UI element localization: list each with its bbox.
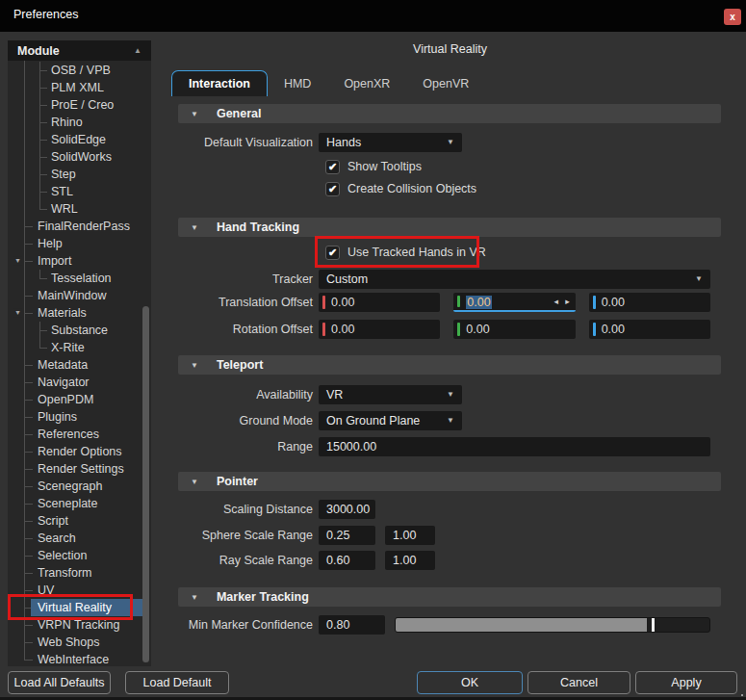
sidebar-item-references[interactable]: References (8, 426, 151, 443)
sidebar-item-rhino[interactable]: Rhino (8, 114, 151, 131)
range-field[interactable]: 15000.00 (319, 437, 710, 456)
check-icon: ✔ (328, 183, 337, 195)
sidebar-item-step[interactable]: Step (8, 166, 151, 183)
translation-offset-z-field[interactable]: 0.00 (589, 293, 710, 312)
tab-openxr[interactable]: OpenXR (327, 70, 406, 96)
tracker-dropdown[interactable]: Custom ▼ (319, 270, 710, 289)
spin-right-icon[interactable]: ▸ (565, 292, 570, 311)
sidebar-item-uv[interactable]: UV (8, 582, 151, 599)
use-tracked-hands-checkbox[interactable]: ✔ (325, 246, 340, 260)
sidebar-item-solidworks[interactable]: SolidWorks (8, 148, 151, 166)
section-header-teleport[interactable]: ▼ Teleport (178, 355, 721, 375)
apply-button[interactable]: Apply (635, 671, 737, 694)
sidebar-item-vrpn-tracking[interactable]: VRPN Tracking (8, 616, 151, 634)
sphere-scale-max-field[interactable]: 1.00 (385, 526, 435, 545)
section-header-general[interactable]: ▼ General (178, 104, 721, 123)
ray-scale-max-field[interactable]: 1.00 (385, 551, 435, 570)
sidebar-item-sceneplate[interactable]: Sceneplate (8, 495, 151, 512)
sidebar-item-transform[interactable]: Transform (8, 564, 151, 582)
sidebar-item-tesselation[interactable]: Tesselation (8, 270, 151, 287)
create-collision-objects-checkbox[interactable]: ✔ (325, 182, 340, 196)
sidebar-item-web-shops[interactable]: Web Shops (8, 634, 151, 651)
rotation-offset-y-field[interactable]: 0.00 (453, 320, 575, 339)
sidebar-item-label: VRPN Tracking (35, 618, 122, 632)
scaling-distance-field[interactable]: 3000.00 (319, 500, 375, 519)
sidebar-item-render-settings[interactable]: Render Settings (8, 460, 151, 478)
sidebar-item-scenegraph[interactable]: Scenegraph (8, 478, 151, 495)
sidebar-item-navigator[interactable]: Navigator (8, 374, 151, 391)
sidebar-item-finalrenderpass[interactable]: FinalRenderPass (8, 218, 151, 235)
availability-dropdown[interactable]: VR ▼ (319, 385, 462, 404)
sidebar-item-label: Substance (48, 324, 111, 337)
sidebar-item-osb-vpb[interactable]: OSB / VPB (8, 62, 151, 79)
x-axis-color-bar (322, 323, 325, 336)
sidebar-item-webinterface[interactable]: WebInterface (8, 651, 151, 666)
slider-handle[interactable] (652, 618, 655, 632)
ok-button[interactable]: OK (417, 671, 523, 694)
load-default-button[interactable]: Load Default (125, 671, 229, 694)
sidebar-item-selection[interactable]: Selection (8, 547, 151, 564)
section-title: Hand Tracking (217, 220, 299, 234)
sidebar-item-plugins[interactable]: Plugins (8, 408, 151, 426)
sidebar-item-label: Virtual Reality (35, 601, 115, 614)
rotation-offset-z-field[interactable]: 0.00 (589, 320, 710, 339)
sphere-scale-min-field[interactable]: 0.25 (319, 526, 375, 545)
translation-offset-y-field[interactable]: 0.00 ◂ ▸ (453, 293, 575, 312)
z-axis-color-bar (593, 323, 596, 336)
section-header-hand-tracking[interactable]: ▼ Hand Tracking (178, 218, 721, 237)
dropdown-value: Hands (326, 136, 361, 149)
collapse-icon[interactable]: ▼ (191, 223, 198, 232)
sidebar-item-label: MainWindow (35, 289, 110, 302)
resize-grip[interactable] (741, 694, 743, 696)
sidebar-item-substance[interactable]: Substance (8, 322, 151, 339)
sidebar-item-render-options[interactable]: Render Options (8, 443, 151, 460)
default-visualization-dropdown[interactable]: Hands ▼ (319, 133, 462, 152)
sidebar-item-label: OSB / VPB (48, 64, 114, 77)
expand-collapse-icon[interactable]: ▼ (13, 308, 22, 317)
sidebar-item-solidedge[interactable]: SolidEdge (8, 131, 151, 148)
section-header-pointer[interactable]: ▼ Pointer (178, 472, 721, 491)
load-all-defaults-button[interactable]: Load All Defaults (8, 671, 111, 694)
expand-collapse-icon[interactable]: ▼ (13, 256, 22, 265)
sidebar-item-virtual-reality[interactable]: Virtual Reality (8, 599, 151, 616)
collapse-icon[interactable]: ▼ (191, 361, 198, 370)
collapse-icon[interactable]: ▼ (191, 478, 198, 486)
sidebar-item-proe-creo[interactable]: ProE / Creo (8, 96, 151, 114)
sidebar-item-search[interactable]: Search (8, 530, 151, 547)
tab-hmd[interactable]: HMD (268, 70, 327, 96)
sidebar-item-label: Tesselation (48, 272, 115, 285)
ray-scale-range-label: Ray Scale Range (219, 551, 313, 570)
spin-left-icon[interactable]: ◂ (554, 292, 559, 311)
ray-scale-min-field[interactable]: 0.60 (319, 551, 375, 570)
sidebar-item-openpdm[interactable]: OpenPDM (8, 391, 151, 408)
sidebar-item-x-rite[interactable]: X-Rite (8, 339, 151, 356)
sidebar-item-help[interactable]: Help (8, 235, 151, 252)
sidebar-scrollbar-thumb[interactable] (142, 306, 149, 662)
min-marker-confidence-field[interactable]: 0.80 (319, 615, 385, 635)
sidebar-item-wrl[interactable]: WRL (8, 200, 151, 218)
module-list-header[interactable]: Module ▲ (8, 40, 151, 61)
collapse-icon[interactable]: ▼ (191, 593, 198, 602)
tab-interaction[interactable]: Interaction (171, 70, 268, 96)
translation-offset-x-field[interactable]: 0.00 (319, 293, 440, 312)
sidebar-item-stl[interactable]: STL (8, 183, 151, 200)
show-tooltips-checkbox[interactable]: ✔ (325, 160, 340, 174)
ground-mode-dropdown[interactable]: On Ground Plane ▼ (319, 411, 462, 430)
section-header-marker-tracking[interactable]: ▼ Marker Tracking (178, 587, 721, 607)
cancel-button[interactable]: Cancel (527, 671, 630, 694)
page-title: Virtual Reality (164, 42, 736, 56)
collapse-icon[interactable]: ▼ (191, 110, 198, 118)
min-marker-confidence-slider[interactable] (395, 617, 710, 633)
rotation-offset-x-field[interactable]: 0.00 (319, 320, 440, 339)
titlebar: Preferences x (0, 0, 746, 32)
sidebar-item-label: UV (35, 583, 57, 597)
sidebar-item-materials[interactable]: ▼Materials (8, 304, 151, 322)
sidebar-item-import[interactable]: ▼Import (8, 252, 151, 270)
sidebar-item-plm-xml[interactable]: PLM XML (8, 79, 151, 96)
sidebar-item-metadata[interactable]: Metadata (8, 356, 151, 374)
sidebar-item-mainwindow[interactable]: MainWindow (8, 287, 151, 304)
sidebar-item-script[interactable]: Script (8, 512, 151, 530)
close-icon[interactable]: x (724, 9, 741, 25)
tab-openvr[interactable]: OpenVR (406, 70, 485, 96)
availability-label: Availability (256, 385, 313, 404)
